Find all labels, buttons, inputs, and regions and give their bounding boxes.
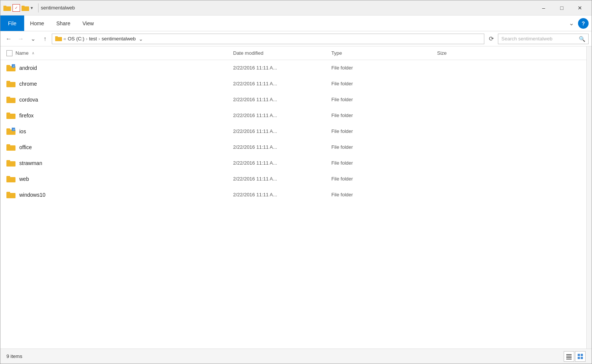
svg-rect-3 <box>22 6 25 7</box>
window-controls: – □ ✕ <box>535 2 589 14</box>
svg-rect-11 <box>6 81 10 83</box>
column-header-name[interactable]: Name ∧ <box>6 50 233 56</box>
scrollbar[interactable] <box>586 46 592 349</box>
search-bar[interactable]: Search sentimentalweb 🔍 <box>498 34 589 44</box>
svg-rect-24 <box>6 177 15 182</box>
title-bar-separator <box>38 3 39 12</box>
file-name: ios <box>19 128 26 134</box>
column-header-size[interactable]: Size <box>437 50 513 56</box>
file-date: 2/22/2016 11:11 A... <box>233 65 331 71</box>
file-rows: ↗ android 2/22/2016 11:11 A... File fold… <box>0 60 586 349</box>
table-row[interactable]: web 2/22/2016 11:11 A... File folder <box>0 171 586 187</box>
crumb-test[interactable]: test <box>89 36 97 42</box>
ribbon-file-tab[interactable]: File <box>0 15 24 31</box>
ribbon-tab-home[interactable]: Home <box>24 15 50 31</box>
table-row[interactable]: ↗ ios 2/22/2016 11:11 A... File folder <box>0 123 586 139</box>
search-icon: 🔍 <box>579 36 585 42</box>
ribbon-collapse-button[interactable]: ⌄ <box>566 18 577 29</box>
file-name: office <box>19 144 32 150</box>
column-type-label: Type <box>331 50 342 56</box>
svg-rect-28 <box>566 354 572 355</box>
refresh-button[interactable]: ⟳ <box>486 34 496 44</box>
navigation-bar: ← → ⌄ ↑ « OS (C:) › test › sentimentalwe… <box>0 31 592 46</box>
file-name-cell: firefox <box>6 112 233 119</box>
ribbon-right-controls: ⌄ ? <box>566 18 592 29</box>
file-name: firefox <box>19 113 34 119</box>
address-dropdown-icon[interactable]: ⌄ <box>139 36 143 42</box>
svg-rect-13 <box>6 97 10 99</box>
file-date: 2/22/2016 11:11 A... <box>233 176 331 182</box>
crumb-os[interactable]: OS (C:) <box>68 36 84 42</box>
table-row[interactable]: office 2/22/2016 11:11 A... File folder <box>0 139 586 155</box>
svg-rect-14 <box>6 114 15 119</box>
svg-rect-20 <box>6 145 15 151</box>
up-button[interactable]: ↑ <box>40 34 50 44</box>
minimize-button[interactable]: – <box>535 2 552 14</box>
column-header-date[interactable]: Date modified <box>233 50 331 56</box>
file-name: android <box>19 65 37 71</box>
file-date: 2/22/2016 11:11 A... <box>233 113 331 118</box>
ribbon-tab-view[interactable]: View <box>76 15 100 31</box>
details-view-button[interactable] <box>564 351 574 362</box>
title-dropdown-icon[interactable]: ▾ <box>31 5 33 11</box>
folder-icon: ↗ <box>6 128 15 135</box>
status-bar: 9 items <box>0 349 592 364</box>
folder-icon <box>6 175 15 183</box>
file-name: web <box>19 176 29 182</box>
file-date: 2/22/2016 11:11 A... <box>233 81 331 86</box>
file-date: 2/22/2016 11:11 A... <box>233 192 331 197</box>
ribbon-help-button[interactable]: ? <box>578 18 589 29</box>
file-type: File folder <box>331 128 437 134</box>
select-all-checkbox[interactable] <box>6 50 12 56</box>
table-row[interactable]: chrome 2/22/2016 11:11 A... File folder <box>0 76 586 92</box>
ribbon: File Home Share View ⌄ ? <box>0 15 592 31</box>
file-type: File folder <box>331 65 437 71</box>
large-icon-view-button[interactable] <box>575 351 586 362</box>
column-header-type[interactable]: Type <box>331 50 437 56</box>
folder-icon <box>6 159 15 167</box>
file-type: File folder <box>331 113 437 118</box>
svg-rect-32 <box>578 354 580 356</box>
maximize-button[interactable]: □ <box>553 2 570 14</box>
back-button[interactable]: ← <box>3 34 14 44</box>
file-date: 2/22/2016 11:11 A... <box>233 97 331 102</box>
file-type: File folder <box>331 160 437 166</box>
search-placeholder: Search sentimentalweb <box>501 36 552 42</box>
crumb-sentimentalweb[interactable]: sentimentalweb <box>102 36 136 42</box>
table-row[interactable]: ↗ android 2/22/2016 11:11 A... File fold… <box>0 60 586 76</box>
crumb-arrow-1: › <box>86 36 87 42</box>
svg-rect-7 <box>6 65 10 67</box>
file-name: cordova <box>19 97 38 103</box>
title-pin-icon[interactable]: ✓ <box>12 4 20 12</box>
table-row[interactable]: strawman 2/22/2016 11:11 A... File folde… <box>0 155 586 171</box>
folder-icon <box>6 112 15 119</box>
svg-rect-10 <box>6 82 15 87</box>
svg-rect-12 <box>6 98 15 103</box>
table-row[interactable]: cordova 2/22/2016 11:11 A... File folder <box>0 92 586 108</box>
details-view-icon <box>566 353 572 359</box>
folder-icon <box>6 96 15 103</box>
file-name-cell: windows10 <box>6 191 233 199</box>
file-name: chrome <box>19 81 37 87</box>
forward-button[interactable]: → <box>15 34 26 44</box>
recent-locations-button[interactable]: ⌄ <box>28 34 38 44</box>
sort-arrow-icon: ∧ <box>32 51 34 55</box>
table-row[interactable]: windows10 2/22/2016 11:11 A... File fold… <box>0 187 586 203</box>
file-list-area: Name ∧ Date modified Type Size ↗ android <box>0 46 586 349</box>
svg-rect-17 <box>6 128 10 130</box>
svg-text:↗: ↗ <box>12 128 15 131</box>
ribbon-tab-share[interactable]: Share <box>50 15 76 31</box>
svg-rect-27 <box>6 192 10 194</box>
column-name-label: Name <box>15 50 29 56</box>
address-bar[interactable]: « OS (C:) › test › sentimentalweb ⌄ <box>52 34 484 44</box>
file-type: File folder <box>331 192 437 197</box>
file-date: 2/22/2016 11:11 A... <box>233 144 331 150</box>
folder-icon <box>6 143 15 151</box>
file-date: 2/22/2016 11:11 A... <box>233 128 331 134</box>
close-button[interactable]: ✕ <box>571 2 589 14</box>
table-row[interactable]: firefox 2/22/2016 11:11 A... File folder <box>0 108 586 123</box>
file-type: File folder <box>331 81 437 86</box>
file-name-cell: cordova <box>6 96 233 103</box>
crumb-arrow-2: › <box>99 36 100 42</box>
svg-rect-30 <box>566 357 572 358</box>
